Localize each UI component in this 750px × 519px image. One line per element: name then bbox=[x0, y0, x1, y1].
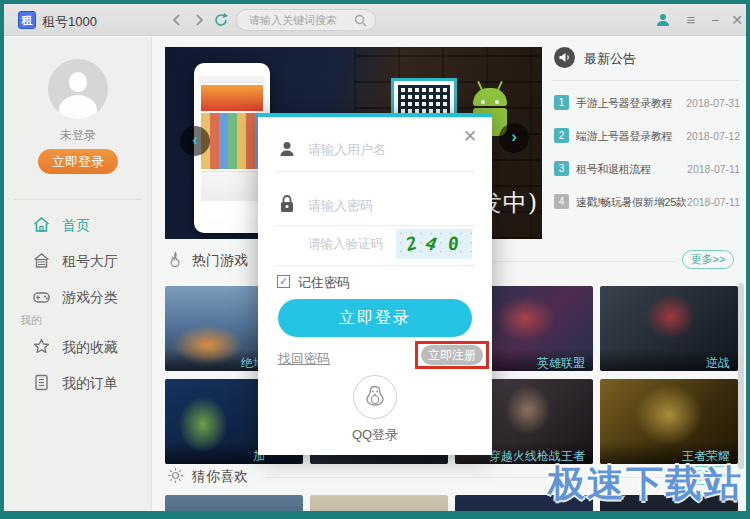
announcement-text: 手游上号器登录教程 bbox=[576, 96, 686, 111]
modal-accent-bar bbox=[258, 113, 492, 117]
menu-icon[interactable]: ≡ bbox=[682, 11, 700, 29]
password-input[interactable] bbox=[308, 193, 466, 217]
announcement-text: 端游上号器登录教程 bbox=[576, 129, 686, 144]
game-card[interactable] bbox=[165, 495, 303, 511]
sidebar-divider bbox=[14, 199, 142, 200]
announcement-date: 2018-07-11 bbox=[687, 196, 740, 208]
qq-login-label: QQ登录 bbox=[258, 426, 492, 444]
sidebar-item-favorites[interactable]: 我的收藏 bbox=[4, 329, 152, 365]
captcha-input[interactable] bbox=[308, 232, 394, 256]
captcha-digit: 4 bbox=[424, 232, 439, 255]
app-logo-icon: 租 bbox=[18, 11, 36, 29]
close-window-icon[interactable]: ✕ bbox=[728, 11, 746, 29]
announcement-number-badge: 3 bbox=[554, 161, 569, 176]
sidebar-item-rent-hall[interactable]: 租号大厅 bbox=[4, 243, 152, 279]
search-icon bbox=[354, 14, 367, 27]
titlebar: 租 租号1000 ≡ − ✕ bbox=[4, 4, 746, 36]
order-list-icon bbox=[32, 373, 51, 392]
search-box[interactable] bbox=[236, 9, 376, 31]
register-button[interactable]: 立即注册 bbox=[421, 345, 483, 365]
sidebar-item-label: 租号大厅 bbox=[62, 253, 118, 271]
qq-penguin-icon bbox=[363, 384, 387, 410]
divider bbox=[275, 265, 475, 266]
divider bbox=[552, 80, 738, 81]
announcement-item[interactable]: 2 端游上号器登录教程 2018-07-12 bbox=[552, 126, 740, 146]
announcements-panel: 最新公告 1 手游上号器登录教程 2018-07-31 2 端游上号器登录教程 … bbox=[552, 47, 740, 239]
gamepad-icon bbox=[32, 287, 51, 306]
captcha-digit: 0 bbox=[447, 232, 460, 254]
carousel-prev-button[interactable]: ‹ bbox=[180, 126, 210, 156]
star-icon bbox=[32, 337, 51, 356]
remember-password-label: 记住密码 bbox=[298, 274, 350, 292]
announcement-number-badge: 2 bbox=[554, 128, 569, 143]
megaphone-icon bbox=[554, 47, 575, 68]
sidebar-item-label: 游戏分类 bbox=[62, 289, 118, 307]
app-title: 租号1000 bbox=[42, 13, 97, 31]
scrollbar-thumb[interactable] bbox=[738, 283, 744, 469]
announcement-text: 租号和退租流程 bbox=[576, 162, 686, 177]
announcement-number-badge: 1 bbox=[554, 95, 569, 110]
captcha-image[interactable]: 2 4 0 bbox=[396, 229, 472, 259]
sparkle-icon bbox=[167, 467, 184, 484]
sidebar-item-label: 我的订单 bbox=[62, 375, 118, 393]
announcement-date: 2018-07-12 bbox=[686, 130, 740, 142]
qq-login-button[interactable] bbox=[353, 375, 397, 419]
announcement-number-badge: 4 bbox=[554, 194, 569, 209]
app-window: 租 租号1000 ≡ − ✕ bbox=[0, 0, 750, 519]
divider bbox=[275, 225, 475, 226]
nav-refresh-button[interactable] bbox=[211, 10, 231, 30]
game-card-honor-of-kings[interactable]: 王者荣耀 bbox=[600, 379, 738, 464]
captcha-digit: 2 bbox=[403, 232, 419, 255]
sidebar-item-home[interactable]: 首页 bbox=[4, 207, 152, 243]
modal-login-button[interactable]: 立即登录 bbox=[278, 299, 472, 337]
sidebar-item-orders[interactable]: 我的订单 bbox=[4, 365, 152, 401]
home-icon bbox=[32, 215, 51, 234]
game-card-label: 逆战 bbox=[600, 349, 738, 371]
search-input[interactable] bbox=[249, 11, 349, 29]
announcement-text: 速戳!畅玩暑假新增25款... bbox=[576, 195, 686, 210]
hot-games-more-button[interactable]: 更多>> bbox=[682, 250, 734, 269]
username-icon bbox=[277, 139, 297, 159]
site-watermark: 极速下载站 bbox=[548, 459, 743, 509]
sidebar-item-label: 首页 bbox=[62, 217, 90, 235]
minimize-icon[interactable]: − bbox=[706, 11, 724, 29]
username-input[interactable] bbox=[308, 137, 466, 161]
announcement-date: 2018-07-11 bbox=[687, 163, 740, 175]
announcement-date: 2018-07-31 bbox=[686, 97, 740, 109]
nav-back-button[interactable] bbox=[167, 10, 187, 30]
flame-icon bbox=[167, 251, 184, 268]
login-status: 未登录 bbox=[4, 127, 152, 144]
register-highlight-annotation: 立即注册 bbox=[415, 341, 489, 369]
announcement-item[interactable]: 3 租号和退租流程 2018-07-11 bbox=[552, 159, 740, 179]
game-card[interactable] bbox=[310, 495, 448, 511]
sidebar-item-label: 我的收藏 bbox=[62, 339, 118, 357]
sidebar: 未登录 立即登录 首页 租号大厅 游戏分类 我的 bbox=[4, 37, 152, 511]
game-card-nizhan[interactable]: 逆战 bbox=[600, 286, 738, 371]
section-title: 热门游戏 bbox=[192, 252, 248, 270]
announcement-item[interactable]: 1 手游上号器登录教程 2018-07-31 bbox=[552, 93, 740, 113]
sidebar-login-button[interactable]: 立即登录 bbox=[38, 149, 118, 174]
forgot-password-link[interactable]: 找回密码 bbox=[278, 350, 330, 368]
my-section-label: 我的 bbox=[20, 313, 42, 328]
login-modal: ✕ 2 4 0 ✓ 记住密码 立即登录 找回密码 立即注册 bbox=[258, 113, 492, 455]
announcement-item[interactable]: 4 速戳!畅玩暑假新增25款... 2018-07-11 bbox=[552, 192, 740, 212]
avatar[interactable] bbox=[48, 59, 108, 119]
account-icon[interactable] bbox=[654, 11, 672, 29]
remember-password-checkbox[interactable]: ✓ bbox=[277, 275, 290, 288]
sidebar-item-game-category[interactable]: 游戏分类 bbox=[4, 279, 152, 315]
rent-hall-icon bbox=[32, 251, 51, 270]
nav-forward-button[interactable] bbox=[189, 10, 209, 30]
password-lock-icon bbox=[277, 193, 297, 215]
announcements-title: 最新公告 bbox=[584, 50, 684, 68]
divider bbox=[275, 171, 475, 172]
carousel-next-button[interactable]: › bbox=[499, 123, 529, 153]
section-title: 猜你喜欢 bbox=[192, 468, 248, 486]
